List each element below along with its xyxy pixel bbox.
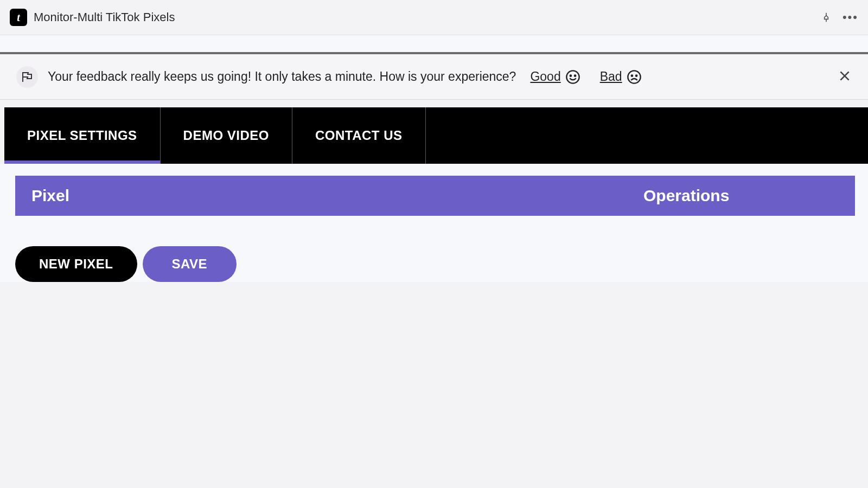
flag-icon bbox=[16, 66, 38, 88]
save-button[interactable]: SAVE bbox=[143, 246, 237, 282]
more-icon[interactable]: ••• bbox=[843, 10, 858, 24]
tab-pixel-settings[interactable]: PIXEL SETTINGS bbox=[4, 107, 161, 164]
feedback-good-link[interactable]: Good bbox=[530, 69, 560, 84]
close-icon[interactable] bbox=[838, 69, 852, 85]
tab-contact-us[interactable]: CONTACT US bbox=[292, 107, 426, 164]
content-area: Pixel Operations NEW PIXEL SAVE bbox=[0, 164, 868, 282]
frown-icon bbox=[627, 69, 642, 85]
title-bar: t Monitor-Multi TikTok Pixels ••• bbox=[0, 0, 868, 35]
sub-bar bbox=[0, 35, 868, 54]
column-header-pixel: Pixel bbox=[31, 187, 643, 205]
tab-demo-video[interactable]: DEMO VIDEO bbox=[161, 107, 292, 164]
svg-point-3 bbox=[628, 70, 640, 83]
feedback-text: Your feedback really keeps us going! It … bbox=[48, 69, 516, 84]
tab-label: PIXEL SETTINGS bbox=[27, 128, 137, 143]
svg-point-4 bbox=[631, 75, 632, 76]
column-header-operations: Operations bbox=[643, 187, 839, 205]
feedback-bar: Your feedback really keeps us going! It … bbox=[0, 54, 868, 100]
feedback-bad-link[interactable]: Bad bbox=[600, 69, 622, 84]
svg-point-5 bbox=[636, 75, 637, 76]
svg-point-2 bbox=[575, 75, 576, 76]
tab-bar: PIXEL SETTINGS DEMO VIDEO CONTACT US bbox=[4, 107, 868, 164]
svg-point-0 bbox=[566, 70, 579, 83]
tab-label: DEMO VIDEO bbox=[183, 128, 269, 143]
app-icon: t bbox=[10, 9, 27, 26]
app-title: Monitor-Multi TikTok Pixels bbox=[34, 10, 821, 24]
pin-icon[interactable] bbox=[821, 12, 832, 23]
new-pixel-button[interactable]: NEW PIXEL bbox=[15, 246, 137, 282]
tab-label: CONTACT US bbox=[315, 128, 403, 143]
svg-point-1 bbox=[570, 75, 571, 76]
smile-icon bbox=[565, 69, 580, 85]
table-header: Pixel Operations bbox=[15, 176, 855, 216]
action-row: NEW PIXEL SAVE bbox=[15, 246, 855, 282]
